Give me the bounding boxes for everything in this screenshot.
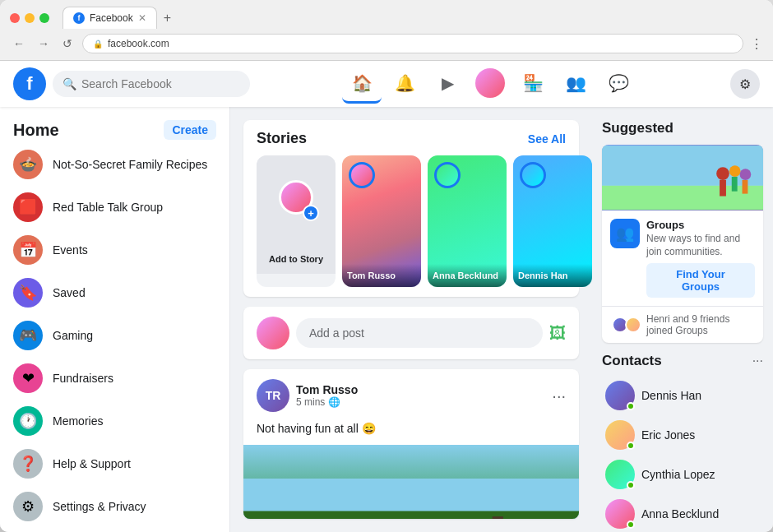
- nav-home-button[interactable]: 🏠: [342, 64, 382, 104]
- post-card: TR Tom Russo 5 mins 🌐 ··· Not having fun…: [243, 369, 579, 519]
- close-traffic-light[interactable]: [10, 13, 20, 23]
- sidebar-item-label: Events: [53, 243, 88, 257]
- tab-close-button[interactable]: ✕: [138, 12, 146, 24]
- find-groups-button[interactable]: Find Your Groups: [646, 263, 755, 298]
- contact-name: Eric Jones: [641, 428, 695, 442]
- svg-rect-28: [602, 146, 763, 186]
- search-icon: 🔍: [62, 77, 76, 90]
- online-indicator: [627, 442, 635, 450]
- facebook-app: f 🔍 🏠 🔔 ▶ 🏪 👥 💬 ⚙: [0, 61, 773, 532]
- search-input[interactable]: [81, 77, 240, 90]
- groups-info-card: 👥 Groups New ways to find and join commu…: [602, 210, 763, 306]
- search-bar[interactable]: 🔍: [53, 71, 250, 97]
- contact-eric-jones[interactable]: Eric Jones: [602, 415, 763, 455]
- sidebar-item-family-recipes[interactable]: 🍲 Not-So-Secret Family Recipes: [7, 143, 223, 186]
- groups-icon: 👥: [610, 219, 640, 248]
- nav-groups-button[interactable]: 👥: [556, 64, 595, 104]
- address-bar[interactable]: 🔒 facebook.com: [82, 34, 743, 53]
- stories-section: Stories See All + Add to Story: [243, 120, 579, 297]
- sidebar-item-red-table[interactable]: 🟥 Red Table Talk Group: [7, 186, 223, 229]
- nav-messenger-button[interactable]: 💬: [599, 64, 638, 104]
- post-input[interactable]: Add a post: [296, 318, 543, 348]
- browser-tabs: f Facebook ✕ +: [56, 7, 763, 29]
- svg-rect-31: [720, 180, 726, 197]
- add-story-label: Add to Story: [266, 254, 326, 264]
- nav-bell-button[interactable]: 🔔: [385, 64, 424, 104]
- post-author-name: Tom Russo: [296, 383, 545, 396]
- left-sidebar: Home Create 🍲 Not-So-Secret Family Recip…: [0, 107, 230, 532]
- post-composer: Add a post 🖼: [243, 307, 579, 359]
- friends-joined-text: Henri and 9 friends joined Groups: [646, 313, 753, 336]
- traffic-lights: [10, 13, 49, 23]
- family-recipes-icon: 🍲: [13, 150, 43, 179]
- sidebar-item-label: Memories: [53, 414, 103, 428]
- sidebar-item-label: Gaming: [53, 329, 93, 342]
- nav-marketplace-button[interactable]: 🏪: [513, 64, 553, 104]
- maximize-traffic-light[interactable]: [39, 13, 49, 23]
- story-anna-becklund[interactable]: Anna Becklund: [428, 155, 507, 287]
- suggested-title: Suggested: [602, 120, 763, 136]
- sidebar-item-see-more[interactable]: See More ⌄: [7, 528, 223, 532]
- dennis-han-story-name: Dennis Han: [513, 264, 592, 287]
- new-tab-button[interactable]: +: [157, 7, 178, 29]
- back-button[interactable]: ←: [10, 35, 28, 52]
- facebook-logo: f: [13, 67, 46, 100]
- svg-point-34: [740, 169, 752, 180]
- svg-point-32: [729, 165, 741, 177]
- add-story-card[interactable]: + Add to Story: [257, 155, 336, 287]
- sidebar-item-memories[interactable]: 🕐 Memories: [7, 400, 223, 442]
- browser-more-button[interactable]: ⋮: [750, 36, 763, 52]
- reload-button[interactable]: ↺: [59, 35, 76, 52]
- tab-title: Facebook: [90, 12, 133, 24]
- sidebar-item-label: Not-So-Secret Family Recipes: [53, 158, 207, 171]
- contact-dennis-han[interactable]: Dennis Han: [602, 376, 763, 415]
- contact-anna-becklund[interactable]: Anna Becklund: [602, 494, 763, 532]
- url-display: facebook.com: [108, 38, 169, 49]
- groups-title: Groups: [646, 219, 755, 231]
- contact-name: Dennis Han: [641, 389, 701, 402]
- sidebar-header: Home Create: [7, 113, 223, 143]
- globe-icon: 🌐: [328, 396, 340, 408]
- contact-name: Anna Becklund: [641, 507, 719, 520]
- nav-avatar-button[interactable]: [470, 64, 510, 104]
- stories-title: Stories: [257, 130, 307, 147]
- tom-russo-story-name: Tom Russo: [342, 264, 421, 287]
- add-story-plus-icon: +: [303, 205, 319, 221]
- anna-becklund-story-avatar: [434, 162, 461, 188]
- fundraisers-icon: ❤: [13, 363, 43, 393]
- photo-video-button[interactable]: 🖼: [549, 324, 566, 343]
- svg-rect-33: [732, 177, 738, 192]
- news-feed: Stories See All + Add to Story: [230, 107, 592, 532]
- main-content: Home Create 🍲 Not-So-Secret Family Recip…: [0, 107, 773, 532]
- settings-button[interactable]: ⚙: [730, 69, 760, 99]
- events-icon: 📅: [13, 235, 43, 265]
- active-tab[interactable]: f Facebook ✕: [62, 7, 157, 29]
- sidebar-item-help-support[interactable]: ❓ Help & Support: [7, 442, 223, 485]
- sidebar-item-settings-privacy[interactable]: ⚙ Settings & Privacy: [7, 485, 223, 528]
- browser-chrome: f Facebook ✕ + ← → ↺ 🔒 facebook.com ⋮: [0, 0, 773, 61]
- create-button[interactable]: Create: [164, 120, 216, 140]
- sidebar-item-events[interactable]: 📅 Events: [7, 229, 223, 271]
- contact-cynthia-lopez[interactable]: Cynthia Lopez: [602, 455, 763, 494]
- sidebar-item-gaming[interactable]: 🎮 Gaming: [7, 314, 223, 357]
- forward-button[interactable]: →: [35, 35, 53, 52]
- see-all-stories-button[interactable]: See All: [528, 132, 566, 146]
- post-text: Not having fun at all 😄: [243, 422, 579, 445]
- story-dennis-han[interactable]: Dennis Han: [513, 155, 592, 287]
- user-avatar: [475, 68, 505, 98]
- right-sidebar: Suggested: [592, 107, 773, 532]
- sidebar-item-fundraisers[interactable]: ❤ Fundraisers: [7, 357, 223, 400]
- story-tom-russo[interactable]: Tom Russo: [342, 155, 421, 287]
- contact-name: Cynthia Lopez: [641, 468, 715, 481]
- sidebar-item-saved[interactable]: 🔖 Saved: [7, 271, 223, 314]
- nav-video-button[interactable]: ▶: [428, 64, 467, 104]
- top-navigation: f 🔍 🏠 🔔 ▶ 🏪 👥 💬 ⚙: [0, 61, 773, 107]
- svg-rect-4: [243, 511, 579, 519]
- sidebar-item-label: Settings & Privacy: [53, 500, 146, 513]
- memories-icon: 🕐: [13, 406, 43, 436]
- minimize-traffic-light[interactable]: [25, 13, 35, 23]
- post-image: [243, 445, 579, 519]
- post-more-button[interactable]: ···: [552, 386, 566, 405]
- contacts-more-button[interactable]: ···: [752, 354, 763, 368]
- friend-mini-avatar: [625, 317, 641, 333]
